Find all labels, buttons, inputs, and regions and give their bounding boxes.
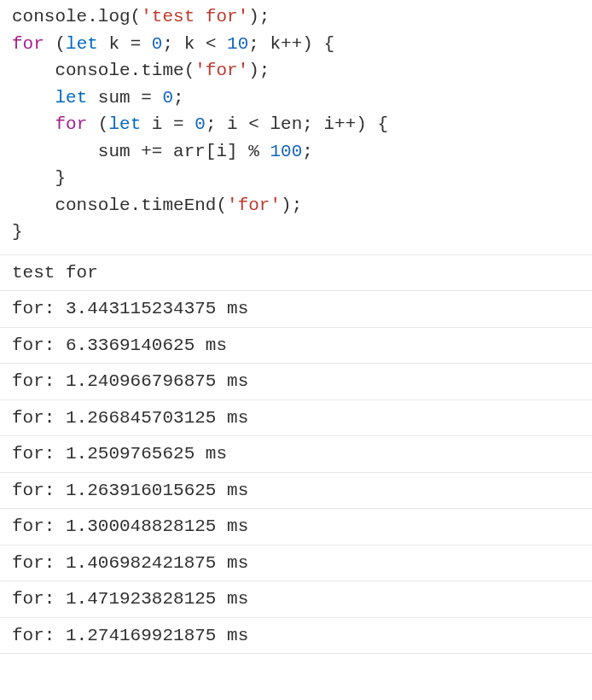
code-text: ); <box>281 195 302 215</box>
code-keyword-let: let <box>66 34 98 54</box>
code-text: ; k < <box>162 34 227 54</box>
code-keyword-let: let <box>108 114 141 134</box>
console-time-output: for: 6.3369140625 ms <box>0 328 592 365</box>
code-text: sum = <box>87 88 162 108</box>
code-text: } <box>12 222 23 242</box>
code-text: ); <box>248 7 270 26</box>
console-log-output: test for <box>0 255 592 292</box>
console-time-output: for: 1.300048828125 ms <box>0 509 592 545</box>
code-text: ( <box>44 34 66 54</box>
code-text: ; k++) { <box>248 34 334 54</box>
code-string: 'test for' <box>141 7 248 26</box>
console-input-code[interactable]: console.log('test for'); for (let k = 0;… <box>0 0 592 255</box>
console-time-output: for: 1.240966796875 ms <box>0 364 592 400</box>
code-keyword-let: let <box>55 88 87 108</box>
code-keyword-for: for <box>12 34 44 54</box>
code-number: 0 <box>152 34 163 54</box>
console-time-output: for: 1.266845703125 ms <box>0 400 592 437</box>
code-text <box>12 88 55 108</box>
code-number: 10 <box>227 34 248 54</box>
code-string: 'for' <box>227 195 281 215</box>
code-text: ; i < len; i++) { <box>206 114 388 134</box>
code-number: 0 <box>194 114 206 134</box>
console-time-output: for: 1.263916015625 ms <box>0 473 592 510</box>
code-text: console.time( <box>12 61 194 80</box>
code-number: 0 <box>162 88 173 108</box>
console-time-output: for: 1.2509765625 ms <box>0 436 592 473</box>
code-number: 100 <box>270 142 302 161</box>
console-time-output: for: 1.471923828125 ms <box>0 581 592 618</box>
code-string: 'for' <box>194 61 248 80</box>
code-text: ; <box>173 88 184 108</box>
code-keyword-for: for <box>55 114 87 134</box>
code-text: ; <box>302 142 313 161</box>
code-text: sum += arr[i] % <box>12 142 270 161</box>
code-text: ); <box>248 61 270 80</box>
code-text: } <box>12 168 66 188</box>
code-text: i = <box>141 114 194 134</box>
code-text: console.timeEnd( <box>12 195 227 215</box>
console-time-output: for: 1.274169921875 ms <box>0 618 592 655</box>
code-text: ( <box>87 114 108 134</box>
code-text <box>12 114 55 134</box>
code-text: console.log( <box>12 7 141 26</box>
code-text: k = <box>98 34 152 54</box>
console-time-output: for: 3.443115234375 ms <box>0 291 592 328</box>
console-time-output: for: 1.406982421875 ms <box>0 545 592 582</box>
